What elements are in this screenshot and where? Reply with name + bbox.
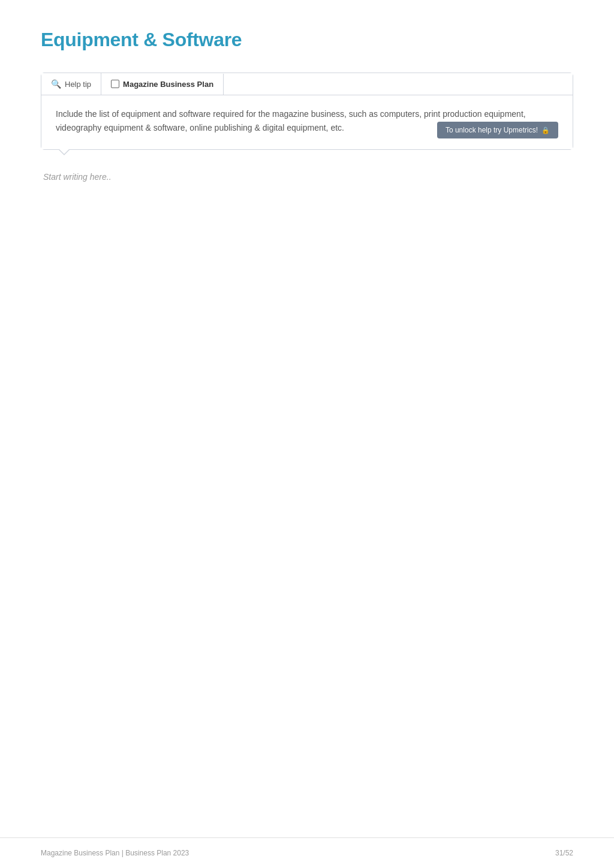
tab-magazine-plan-label: Magazine Business Plan xyxy=(123,80,213,89)
footer-right-text: 31/52 xyxy=(555,849,573,857)
tab-bar: 🔍 Help tip Magazine Business Plan xyxy=(41,73,573,95)
editor-placeholder: Start writing here.. xyxy=(43,172,112,182)
page-footer: Magazine Business Plan | Business Plan 2… xyxy=(0,837,614,868)
document-icon xyxy=(111,80,119,88)
editor-area[interactable]: Start writing here.. xyxy=(41,171,573,182)
help-tip-body: Include the list of equipment and softwa… xyxy=(41,95,573,149)
tab-help-tip-label: Help tip xyxy=(65,80,91,89)
tab-help-tip[interactable]: 🔍 Help tip xyxy=(41,73,101,95)
tab-magazine-plan[interactable]: Magazine Business Plan xyxy=(101,74,224,95)
page-title: Equipment & Software xyxy=(41,29,573,51)
unlock-button-label: To unlock help try Upmetrics! xyxy=(446,126,538,134)
unlock-button[interactable]: To unlock help try Upmetrics! 🔒 xyxy=(437,122,558,138)
tooltip-arrow xyxy=(58,149,70,155)
search-icon: 🔍 xyxy=(51,79,61,89)
help-tip-panel: 🔍 Help tip Magazine Business Plan Includ… xyxy=(41,73,573,150)
lock-icon: 🔒 xyxy=(541,126,550,134)
footer-left-text: Magazine Business Plan | Business Plan 2… xyxy=(41,849,189,857)
